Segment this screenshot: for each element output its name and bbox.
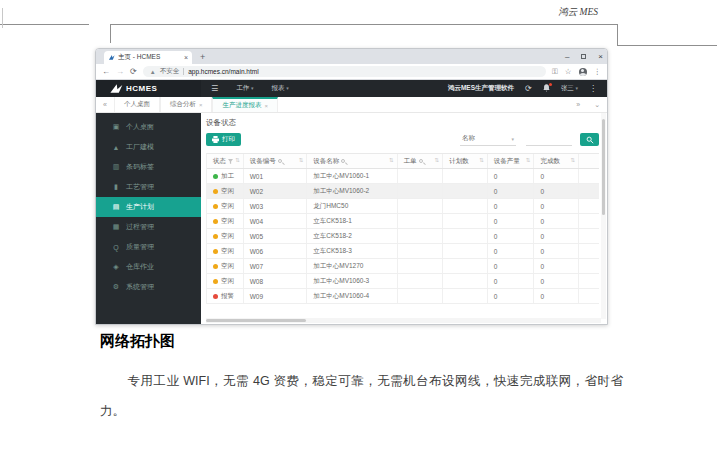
menu-reports[interactable]: 报表 ▾ (272, 84, 289, 93)
output-qty: 0 (488, 184, 535, 198)
new-tab-button[interactable]: + (200, 51, 205, 64)
sort-icon[interactable]: ⇅ (526, 158, 531, 164)
table-row[interactable]: 空闲 W03 龙门HMC50 0 0 (207, 199, 599, 214)
user-menu[interactable]: 张三 ▾ (561, 84, 578, 93)
hamburger-menu-icon[interactable]: ☰ (211, 85, 218, 93)
tab-production-progress-report[interactable]: 生产进度报表 × (212, 97, 278, 112)
equipment-name: 立车CK518-3 (307, 244, 397, 258)
tab-comprehensive-analysis[interactable]: 综合分析 × (160, 97, 213, 112)
tab-close-icon[interactable]: × (184, 54, 188, 61)
sort-icon[interactable]: ⇅ (235, 158, 240, 164)
planned-qty (443, 169, 488, 183)
app-topbar: HCMES ☰ 工作 ▾ 报表 ▾ 鸿云MES生产管理软件 ⟳ 张三 ▾ ⋮ (96, 80, 607, 97)
search-input[interactable] (526, 135, 572, 146)
search-button[interactable] (580, 133, 599, 146)
key-icon[interactable]: ⚿ (552, 68, 558, 76)
print-button[interactable]: 打印 (206, 133, 241, 146)
work-order (398, 214, 444, 228)
bookmark-star-icon[interactable]: ☆ (565, 68, 572, 76)
table-row[interactable]: 加工 W01 加工中心MV1060-1 0 0 (207, 169, 599, 184)
barcode-icon: ▥ (112, 163, 120, 171)
app-more-icon[interactable]: ⋮ (589, 85, 597, 93)
profile-avatar[interactable] (579, 68, 587, 76)
gear-icon: ⚙ (112, 283, 120, 291)
completed-qty: 0 (534, 289, 579, 303)
completed-qty: 0 (534, 169, 579, 183)
header-rule (0, 24, 89, 25)
completed-qty: 0 (534, 214, 579, 228)
app-logo[interactable]: HCMES (96, 80, 201, 97)
browser-tab[interactable]: 主页 - HCMES × (104, 51, 192, 64)
tab-close-icon[interactable]: × (264, 103, 268, 109)
frame-border-left (110, 24, 111, 43)
url-field[interactable]: ▲ 不安全 app.hcmes.cn/main.html (143, 66, 546, 77)
sidebar-item-system-management[interactable]: ⚙系统管理 (96, 277, 201, 297)
sort-icon[interactable]: ⇅ (389, 158, 394, 164)
tab-personal-desktop[interactable]: 个人桌面 (114, 97, 160, 112)
quality-icon: Q (112, 244, 120, 251)
window-maximize-button[interactable] (581, 54, 586, 59)
back-icon[interactable]: ← (102, 68, 110, 76)
tab-close-icon[interactable]: × (199, 102, 203, 108)
browser-tab-title: 主页 - HCMES (118, 53, 181, 62)
table-row[interactable]: 空闲 W07 加工中心MV1270 0 0 (207, 259, 599, 274)
notification-bell-icon[interactable] (543, 84, 550, 94)
sidebar-item-warehouse-operations[interactable]: ◈仓库作业 (96, 257, 201, 277)
table-row[interactable]: 空闲 W08 加工中心MV1060-3 0 0 (207, 274, 599, 289)
status-label: 报警 (221, 292, 234, 301)
horizontal-scrollbar[interactable] (206, 318, 601, 323)
browser-menu-icon[interactable]: ⋮ (594, 68, 602, 76)
column-search-icon[interactable] (278, 159, 282, 163)
column-search-icon[interactable] (341, 159, 345, 163)
window-close-button[interactable]: × (598, 53, 603, 61)
work-order (398, 259, 444, 273)
sidebar-item-personal-desktop[interactable]: ▣个人桌面 (96, 117, 201, 137)
scrollbar-thumb[interactable] (206, 319, 306, 322)
body-paragraph: 专用工业 WIFI，无需 4G 资费，稳定可靠，无需机台布设网线，快速完成联网，… (100, 366, 623, 426)
equipment-no: W06 (244, 244, 308, 258)
equipment-name: 加工中心MV1060-2 (307, 184, 397, 198)
sidebar-item-process-management[interactable]: ▦过程管理 (96, 217, 201, 237)
url-text[interactable]: app.hcmes.cn/main.html (188, 68, 258, 75)
sort-icon[interactable]: ⇅ (479, 158, 484, 164)
status-label: 空闲 (221, 247, 234, 256)
table-row[interactable]: 空闲 W04 立车CK518-1 0 0 (207, 214, 599, 229)
completed-qty: 0 (534, 199, 579, 213)
not-secure-label[interactable]: 不安全 (160, 67, 180, 76)
equipment-no: W09 (244, 289, 308, 303)
table-row[interactable]: 报警 W09 加工中心MV1060-4 0 0 (207, 289, 599, 304)
equipment-name: 立车CK518-1 (307, 214, 397, 228)
vertical-scrollbar[interactable] (601, 113, 606, 319)
table-row[interactable]: 空闲 W05 立车CK518-2 0 0 (207, 229, 599, 244)
sort-icon[interactable]: ⇅ (299, 158, 304, 164)
filter-field-select[interactable]: 名称 ▾ (460, 134, 516, 146)
column-search-icon[interactable] (419, 159, 423, 163)
tabs-collapse-icon[interactable]: ⌄ (587, 101, 607, 109)
section-heading: 网络拓扑图 (100, 332, 175, 351)
reload-icon[interactable]: ⟳ (130, 68, 137, 76)
menu-work[interactable]: 工作 ▾ (236, 84, 253, 93)
status-dot-icon (213, 189, 218, 194)
sort-icon[interactable]: ⇅ (571, 158, 576, 164)
sidebar-item-barcode-labels[interactable]: ▥条码标签 (96, 157, 201, 177)
forward-icon[interactable]: → (116, 68, 124, 76)
sidebar-item-quality-management[interactable]: Q质量管理 (96, 237, 201, 257)
not-secure-warning-icon: ▲ (150, 69, 156, 75)
sidebar-item-process-engineering[interactable]: ▮工艺管理 (96, 177, 201, 197)
table-row[interactable]: 空闲 W06 立车CK518-3 0 0 (207, 244, 599, 259)
sidebar: ▣个人桌面 ▲工厂建模 ▥条码标签 ▮工艺管理 ▤生产计划 ▦过程管理 Q质量管… (96, 113, 201, 325)
browser-tabstrip: 主页 - HCMES × + – × (96, 49, 607, 64)
sidebar-item-production-planning[interactable]: ▤生产计划 (96, 197, 201, 217)
tabs-scroll-right-icon[interactable]: » (569, 101, 587, 108)
refresh-icon[interactable]: ⟳ (525, 85, 532, 93)
sort-icon[interactable]: ⇅ (435, 158, 440, 164)
scrollbar-thumb[interactable] (602, 119, 605, 215)
filter-funnel-icon[interactable] (228, 159, 233, 164)
status-dot-icon (213, 234, 218, 239)
grid-icon: ▦ (112, 223, 120, 231)
equipment-name: 加工中心MV1060-3 (307, 274, 397, 288)
sidebar-item-factory-modeling[interactable]: ▲工厂建模 (96, 137, 201, 157)
tabs-scroll-left-icon[interactable]: « (96, 101, 114, 108)
window-minimize-button[interactable]: – (565, 53, 569, 61)
table-row[interactable]: 空闲 W02 加工中心MV1060-2 0 0 (207, 184, 599, 199)
